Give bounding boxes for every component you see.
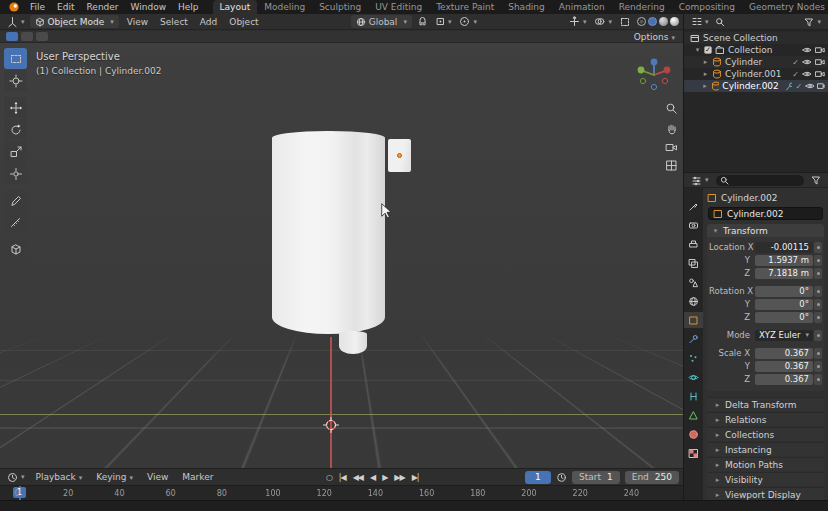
record-button[interactable]: ○: [323, 470, 335, 485]
camera-icon[interactable]: [815, 46, 825, 54]
animate-decorator[interactable]: [814, 348, 822, 359]
workspace-tab[interactable]: Animation: [552, 0, 612, 14]
camera-icon[interactable]: [815, 70, 825, 78]
viewport-menu-item[interactable]: Add: [194, 15, 223, 29]
object-mode-dropdown[interactable]: Object Mode: [30, 15, 119, 28]
workspace-tab[interactable]: Rendering: [612, 0, 672, 14]
tab-world[interactable]: [684, 293, 703, 309]
expand-arrow-icon[interactable]: ▸: [702, 70, 709, 78]
outliner-row-collection[interactable]: ▾ ✓ Collection: [684, 44, 828, 56]
outliner-row-cylinder[interactable]: ▸ Cylinder ✓: [684, 56, 828, 68]
collapsed-panel-header[interactable]: ▸ Viewport Display: [707, 487, 824, 500]
scale-z-field[interactable]: 0.367: [755, 374, 813, 385]
topbar-menu-item[interactable]: Render: [81, 0, 125, 14]
proportional-editing-dropdown[interactable]: [456, 15, 480, 29]
workspace-tab[interactable]: Modeling: [257, 0, 312, 14]
tab-tool[interactable]: [684, 198, 703, 214]
rotation-y-field[interactable]: 0°: [755, 299, 813, 310]
xray-toggle[interactable]: [617, 15, 633, 29]
tab-object-data[interactable]: [684, 407, 703, 423]
tab-physics[interactable]: [684, 369, 703, 385]
camera-icon[interactable]: [817, 82, 825, 90]
select-mode-subtract-button[interactable]: [36, 32, 48, 41]
object-name-field[interactable]: Cylinder.002: [708, 207, 823, 220]
viewport-menu-item[interactable]: Object: [223, 15, 264, 29]
workspace-tab[interactable]: Texture Paint: [429, 0, 501, 14]
select-check-icon[interactable]: ✓: [792, 58, 799, 67]
play-reverse-button[interactable]: ◀: [367, 470, 378, 485]
play-button[interactable]: ▶: [379, 470, 390, 485]
tab-view-layer[interactable]: [684, 255, 703, 271]
shading-rendered-button[interactable]: [670, 17, 679, 26]
tool-move[interactable]: [4, 97, 27, 118]
select-check-icon[interactable]: ✓: [795, 82, 802, 91]
tool-cursor[interactable]: [4, 70, 27, 91]
perspective-toggle-button[interactable]: [662, 156, 680, 174]
properties-editor-type-button[interactable]: [688, 173, 712, 187]
end-frame-field[interactable]: End 250: [625, 471, 679, 484]
outliner-row-scene-collection[interactable]: Scene Collection: [684, 32, 828, 44]
expand-arrow-icon[interactable]: ▾: [694, 46, 701, 54]
select-mode-new-button[interactable]: [6, 32, 18, 41]
properties-filter-button[interactable]: [808, 173, 824, 187]
blender-logo-icon[interactable]: [8, 1, 20, 13]
animate-decorator[interactable]: [814, 255, 822, 266]
next-keyframe-button[interactable]: ▶▶: [391, 470, 407, 485]
tool-measure[interactable]: [4, 212, 27, 233]
animate-decorator[interactable]: [814, 374, 822, 385]
keying-menu[interactable]: Keying: [90, 470, 139, 485]
animate-decorator[interactable]: [814, 299, 822, 310]
snap-magnet-toggle[interactable]: [414, 15, 431, 29]
topbar-menu-item[interactable]: Help: [172, 0, 205, 14]
outliner-filter-button[interactable]: [801, 15, 824, 29]
start-frame-field[interactable]: Start 1: [572, 471, 620, 484]
playback-menu[interactable]: Playback: [30, 470, 89, 485]
eye-icon[interactable]: [802, 58, 812, 66]
jump-to-end-button[interactable]: ▶|: [409, 470, 422, 485]
location-z-field[interactable]: 7.1818 m: [755, 268, 813, 279]
workspace-tab[interactable]: UV Editing: [368, 0, 429, 14]
collapsed-panel-header[interactable]: ▸ Motion Paths: [707, 457, 824, 471]
topbar-menu-item[interactable]: Window: [125, 0, 173, 14]
outliner-row-cylinder-001[interactable]: ▸ Cylinder.001 ✓: [684, 68, 828, 80]
topbar-menu-item[interactable]: File: [24, 0, 51, 14]
navigation-gizmo[interactable]: [634, 55, 674, 95]
options-dropdown[interactable]: Options: [634, 32, 677, 42]
transform-panel-header[interactable]: ▾ Transform: [707, 224, 824, 237]
tab-output[interactable]: [684, 236, 703, 252]
location-y-field[interactable]: 1.5937 m: [755, 255, 813, 266]
viewport-3d[interactable]: User Perspective (1) Collection | Cylind…: [0, 43, 683, 468]
tab-particles[interactable]: [684, 350, 703, 366]
collection-checkbox[interactable]: ✓: [704, 46, 712, 54]
tab-material[interactable]: [684, 426, 703, 442]
rotation-z-field[interactable]: 0°: [755, 312, 813, 323]
shading-material-button[interactable]: [659, 17, 668, 26]
timeline-marker-menu[interactable]: Marker: [176, 470, 219, 484]
animate-decorator[interactable]: [814, 268, 822, 279]
workspace-tab[interactable]: Sculpting: [312, 0, 368, 14]
tab-texture[interactable]: [684, 445, 703, 461]
show-gizmo-dropdown[interactable]: [566, 15, 590, 29]
collapsed-panel-header[interactable]: ▸ Delta Transform: [707, 397, 824, 411]
viewport-menu-item[interactable]: View: [121, 15, 154, 29]
tool-transform[interactable]: [4, 163, 27, 184]
animate-decorator[interactable]: [814, 361, 822, 372]
workspace-tab[interactable]: Compositing: [672, 0, 742, 14]
tab-scene[interactable]: [684, 274, 703, 290]
timeline-view-menu[interactable]: View: [141, 470, 174, 484]
pan-button[interactable]: [662, 119, 680, 137]
shading-solid-button[interactable]: [648, 17, 657, 26]
shading-wireframe-button[interactable]: [637, 17, 646, 26]
tab-object[interactable]: [684, 312, 703, 328]
animate-decorator[interactable]: [814, 330, 822, 341]
camera-view-button[interactable]: [662, 138, 680, 156]
expand-arrow-icon[interactable]: ▸: [702, 58, 709, 66]
scale-y-field[interactable]: 0.367: [755, 361, 813, 372]
current-frame-field[interactable]: 1: [525, 471, 551, 484]
tool-box-select[interactable]: [4, 48, 27, 69]
rotation-x-field[interactable]: 0°: [755, 286, 813, 297]
expand-arrow-icon[interactable]: ▸: [702, 82, 708, 90]
select-check-icon[interactable]: ✓: [792, 70, 799, 79]
editor-type-button[interactable]: [4, 15, 28, 29]
tab-constraints[interactable]: [684, 388, 703, 404]
